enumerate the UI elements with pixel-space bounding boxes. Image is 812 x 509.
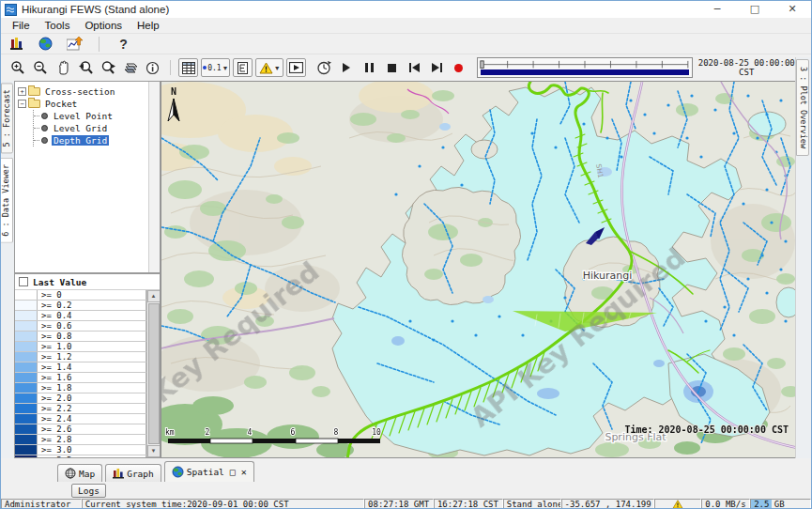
- menu-options[interactable]: Options: [77, 20, 130, 31]
- tree-item-level-grid[interactable]: Level Grid: [34, 122, 160, 134]
- tree-item-label[interactable]: Level Grid: [52, 123, 109, 133]
- close-button[interactable]: ✕: [774, 1, 811, 18]
- legend-panel: Last Value >= 0 >= 0.2 >= 0.4 >= 0.6 >= …: [14, 273, 161, 458]
- bottom-tab-bar: Map Graph Spatial □ ✕: [1, 458, 811, 482]
- menu-help[interactable]: Help: [130, 20, 167, 31]
- legend-scrollbar[interactable]: ▲ ▼: [146, 290, 160, 457]
- legend-list: >= 0 >= 0.2 >= 0.4 >= 0.6 >= 0.8 >= 1.0 …: [15, 290, 160, 457]
- legend-swatch: [15, 362, 38, 372]
- menu-tools[interactable]: Tools: [38, 20, 78, 31]
- map-view[interactable]: Hikurangi Springs Flat SH1 API Key Requi…: [161, 81, 797, 458]
- north-label: N: [171, 86, 176, 97]
- threshold-dot-icon: [203, 66, 207, 69]
- tree-scrollbar[interactable]: [148, 82, 160, 272]
- status-mode: Stand alone: [503, 499, 561, 509]
- scroll-thumb[interactable]: [148, 303, 160, 444]
- legend-swatch: [15, 383, 38, 393]
- info-icon[interactable]: [144, 58, 163, 77]
- status-local-time: 16:27:18 CST: [434, 499, 503, 509]
- pan-hand-icon[interactable]: [54, 58, 73, 77]
- tree-item-label[interactable]: Pocket: [43, 99, 79, 109]
- legend-row: >= 2.4: [15, 414, 160, 424]
- tab-data-viewer[interactable]: 6 : Data Viewer: [1, 158, 13, 243]
- left-tab-strip: 5 : Forecast 6 : Data Viewer: [1, 81, 14, 458]
- data-viewer-panel: + Cross-section − Pocket Level Point: [14, 81, 161, 458]
- maximize-button[interactable]: □: [736, 1, 774, 18]
- pause-button[interactable]: [360, 58, 379, 77]
- toolbar-separator: [170, 60, 171, 75]
- legend-row: >= 0.2: [15, 301, 160, 311]
- expander-icon[interactable]: +: [18, 87, 26, 96]
- legend-row: >= 2.8: [15, 435, 160, 445]
- legend-row: >= 1.0: [15, 342, 160, 352]
- chevron-down-icon: ▼: [222, 65, 229, 71]
- legend-swatch: [15, 424, 38, 434]
- scroll-up-icon[interactable]: ▲: [147, 290, 161, 302]
- zoom-in-icon[interactable]: [8, 58, 28, 77]
- longitudinal-profile-button[interactable]: [233, 58, 253, 77]
- skip-to-end-button[interactable]: [427, 58, 447, 77]
- tab-spatial[interactable]: Spatial □ ✕: [164, 461, 254, 482]
- tab-map-label: Map: [79, 469, 95, 479]
- help-button[interactable]: ?: [114, 35, 133, 54]
- time-slider-track: [480, 59, 690, 69]
- legend-swatch: [15, 373, 38, 382]
- legend-swatch: [15, 301, 38, 310]
- zoom-out-icon[interactable]: [31, 58, 51, 77]
- stop-button[interactable]: [382, 58, 402, 77]
- memory-label: 2.5 GB: [754, 500, 785, 509]
- time-slider-handle[interactable]: [481, 61, 484, 69]
- spatial-display-icon[interactable]: [65, 35, 84, 54]
- database-chart-icon[interactable]: [7, 35, 26, 54]
- menu-file[interactable]: File: [5, 20, 38, 31]
- tab-close-icon[interactable]: ✕: [241, 467, 247, 477]
- status-warning[interactable]: [654, 499, 701, 509]
- zoom-previous-icon[interactable]: [76, 58, 96, 77]
- tab-map[interactable]: Map: [57, 464, 102, 482]
- map-canvas[interactable]: Hikurangi Springs Flat SH1 API Key Requi…: [161, 82, 797, 458]
- tree-item-label-selected[interactable]: Depth Grid: [52, 135, 109, 146]
- time-span-bar: [481, 69, 689, 75]
- scroll-down-icon[interactable]: ▼: [147, 445, 161, 457]
- skip-to-start-button[interactable]: [405, 58, 424, 77]
- globe-icon[interactable]: [36, 35, 55, 54]
- record-button[interactable]: [450, 58, 469, 77]
- logs-button[interactable]: Logs: [71, 484, 106, 498]
- animation-panel-button[interactable]: [286, 58, 306, 77]
- last-value-checkbox[interactable]: [19, 277, 28, 286]
- legend-row: >= 2.0: [15, 393, 160, 404]
- expander-icon[interactable]: −: [18, 100, 26, 108]
- legend-swatch: [15, 435, 38, 444]
- status-system-time: Current system time:2020-09-01 00:00 CST: [82, 499, 364, 509]
- tab-graph[interactable]: Graph: [105, 464, 161, 482]
- tab-spatial-label: Spatial: [187, 467, 224, 477]
- globe-wireframe-icon: [65, 468, 76, 479]
- tree-item-pocket[interactable]: − Pocket: [18, 98, 160, 110]
- play-button[interactable]: [337, 58, 357, 77]
- contour-threshold-dropdown[interactable]: 0.1 ▼: [201, 58, 230, 77]
- minimize-button[interactable]: ─: [698, 1, 736, 18]
- legend-row: >= 3.2: [15, 455, 160, 457]
- tab-plot-overview[interactable]: 3 : Plot Overview: [796, 59, 809, 156]
- legend-row: >= 0.4: [15, 311, 160, 321]
- tree-item-level-point[interactable]: Level Point: [34, 110, 160, 122]
- set-time-icon[interactable]: [314, 58, 334, 77]
- warnings-dropdown[interactable]: ▼: [255, 58, 283, 77]
- tree-item-label[interactable]: Cross-section: [43, 86, 116, 97]
- grid-display-button[interactable]: [178, 58, 198, 77]
- tree-item-label[interactable]: Level Point: [52, 111, 115, 121]
- tab-maximize-icon[interactable]: □: [230, 467, 236, 477]
- time-slider[interactable]: [477, 57, 693, 78]
- legend-row: >= 1.8: [15, 383, 160, 393]
- tree-item-cross-section[interactable]: + Cross-section: [18, 85, 160, 98]
- legend-row: >= 3.0: [15, 445, 160, 455]
- toolbar-separator: [99, 37, 100, 52]
- zoom-next-icon[interactable]: [99, 58, 118, 77]
- legend-row: >= 1.4: [15, 362, 160, 373]
- right-tab-strip: 3 : Plot Overview: [795, 57, 811, 458]
- legend-swatch: [15, 311, 38, 320]
- bullet-icon: [41, 113, 48, 119]
- tree-item-depth-grid[interactable]: Depth Grid: [34, 134, 160, 147]
- tab-forecast[interactable]: 5 : Forecast: [1, 83, 13, 153]
- layers-icon[interactable]: [121, 58, 141, 77]
